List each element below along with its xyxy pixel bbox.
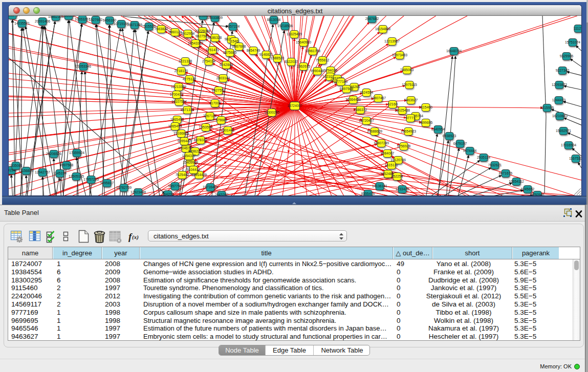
svg-text:1588520: 1588520 <box>271 56 285 60</box>
svg-text:16154838: 16154838 <box>375 27 390 31</box>
svg-text:9245652: 9245652 <box>521 187 535 191</box>
svg-text:14136141: 14136141 <box>372 184 387 188</box>
svg-text:7357224: 7357224 <box>226 25 240 28</box>
svg-text:9997568: 9997568 <box>60 163 74 167</box>
svg-text:14035571: 14035571 <box>14 21 30 25</box>
svg-text:9242848: 9242848 <box>220 63 233 67</box>
svg-text:11156819: 11156819 <box>18 169 33 172</box>
svg-text:8813054: 8813054 <box>267 18 281 21</box>
svg-text:10853257: 10853257 <box>61 16 76 17</box>
svg-text:18300295: 18300295 <box>264 111 279 114</box>
svg-text:9084067: 9084067 <box>381 151 395 155</box>
svg-text:8355474: 8355474 <box>361 192 375 195</box>
svg-text:2754114: 2754114 <box>202 59 215 63</box>
svg-text:17016504: 17016504 <box>561 143 576 147</box>
svg-text:1145194: 1145194 <box>53 171 67 175</box>
svg-text:(x): (x) <box>132 234 139 240</box>
svg-text:10961758: 10961758 <box>305 49 320 53</box>
svg-text:1065493: 1065493 <box>168 124 182 128</box>
svg-text:2935114: 2935114 <box>477 156 490 159</box>
svg-text:1554317: 1554317 <box>182 154 196 158</box>
svg-text:1221338: 1221338 <box>179 59 192 63</box>
svg-text:9474444: 9474444 <box>463 149 477 152</box>
svg-text:9115460: 9115460 <box>419 105 432 109</box>
svg-text:15409948: 15409948 <box>183 161 198 164</box>
svg-text:16543382: 16543382 <box>188 41 203 45</box>
svg-text:20206526: 20206526 <box>46 152 61 156</box>
svg-text:20364436: 20364436 <box>345 98 361 101</box>
svg-text:16648784: 16648784 <box>446 49 462 53</box>
svg-text:252254: 252254 <box>391 174 403 178</box>
svg-text:20691406: 20691406 <box>35 19 50 23</box>
svg-text:9146821: 9146821 <box>259 53 273 56</box>
svg-text:9227342: 9227342 <box>556 69 570 72</box>
svg-text:3267110: 3267110 <box>203 114 216 118</box>
svg-text:9827503: 9827503 <box>195 34 209 38</box>
svg-text:10025438: 10025438 <box>395 108 410 112</box>
svg-text:17359924: 17359924 <box>69 151 84 155</box>
svg-text:18724007: 18724007 <box>287 104 302 107</box>
svg-text:16671355: 16671355 <box>127 23 142 27</box>
svg-text:18720407: 18720407 <box>359 119 374 122</box>
svg-text:2087682: 2087682 <box>365 17 379 20</box>
svg-text:19385714: 19385714 <box>9 16 20 17</box>
svg-text:1615132: 1615132 <box>385 163 399 167</box>
svg-text:9463627: 9463627 <box>404 98 418 102</box>
svg-text:9756928: 9756928 <box>397 144 411 148</box>
svg-text:1244413: 1244413 <box>552 98 566 102</box>
svg-text:12923448: 12923448 <box>130 190 146 194</box>
svg-text:9104412: 9104412 <box>187 168 201 171</box>
svg-text:12213967: 12213967 <box>384 39 400 43</box>
svg-text:19716485: 19716485 <box>203 185 218 189</box>
svg-text:9794028: 9794028 <box>324 69 338 72</box>
svg-text:1362615: 1362615 <box>297 64 311 68</box>
svg-text:9699695: 9699695 <box>419 121 433 124</box>
svg-text:12505135: 12505135 <box>69 174 84 178</box>
svg-text:21053346: 21053346 <box>76 64 91 68</box>
svg-text:3624554: 3624554 <box>360 91 374 94</box>
svg-text:9860124: 9860124 <box>168 30 182 34</box>
svg-text:1965490: 1965490 <box>170 118 184 121</box>
svg-text:8427552: 8427552 <box>212 89 226 92</box>
svg-text:10688609: 10688609 <box>367 129 382 133</box>
svg-text:2718170: 2718170 <box>175 69 188 73</box>
svg-text:8571310: 8571310 <box>181 108 194 112</box>
svg-text:7663822: 7663822 <box>155 27 168 31</box>
svg-text:10653267: 10653267 <box>75 17 90 21</box>
svg-text:7485063: 7485063 <box>400 68 414 72</box>
svg-text:9329906: 9329906 <box>560 54 574 58</box>
svg-text:97771: 97771 <box>406 116 416 120</box>
svg-text:7625402: 7625402 <box>176 173 189 177</box>
svg-text:12975115: 12975115 <box>402 83 417 86</box>
svg-text:417004: 417004 <box>209 101 221 105</box>
svg-text:8322037: 8322037 <box>285 60 298 63</box>
svg-text:8878332: 8878332 <box>194 138 208 142</box>
svg-text:19218506: 19218506 <box>277 24 293 28</box>
svg-text:1700432: 1700432 <box>170 93 184 96</box>
svg-text:62160: 62160 <box>388 102 398 106</box>
svg-text:8215955: 8215955 <box>540 106 554 110</box>
svg-text:1835061: 1835061 <box>9 164 23 167</box>
svg-text:12942757: 12942757 <box>35 170 50 174</box>
svg-text:10654112: 10654112 <box>509 180 524 183</box>
svg-text:12093872: 12093872 <box>552 83 567 86</box>
svg-text:9657791: 9657791 <box>168 184 182 188</box>
svg-text:2803144: 2803144 <box>216 76 230 80</box>
svg-text:8471676: 8471676 <box>499 171 513 175</box>
svg-text:19654923: 19654923 <box>401 129 416 133</box>
svg-text:1733426: 1733426 <box>396 187 409 191</box>
svg-text:18807249: 18807249 <box>374 141 389 145</box>
svg-text:16033809: 16033809 <box>207 16 223 19</box>
svg-text:9750946: 9750946 <box>531 193 545 195</box>
svg-text:10973493: 10973493 <box>392 53 407 57</box>
svg-text:2867608: 2867608 <box>232 45 246 48</box>
svg-text:8454749: 8454749 <box>247 49 260 52</box>
svg-text:1353594: 1353594 <box>199 125 213 129</box>
svg-text:7955812: 7955812 <box>316 58 330 62</box>
svg-text:23226058: 23226058 <box>195 29 210 33</box>
svg-text:6479197: 6479197 <box>453 142 467 145</box>
svg-text:1640954: 1640954 <box>431 127 445 131</box>
svg-text:13325419: 13325419 <box>287 32 302 36</box>
svg-text:1167533: 1167533 <box>569 157 581 160</box>
svg-text:15751074: 15751074 <box>565 40 580 44</box>
